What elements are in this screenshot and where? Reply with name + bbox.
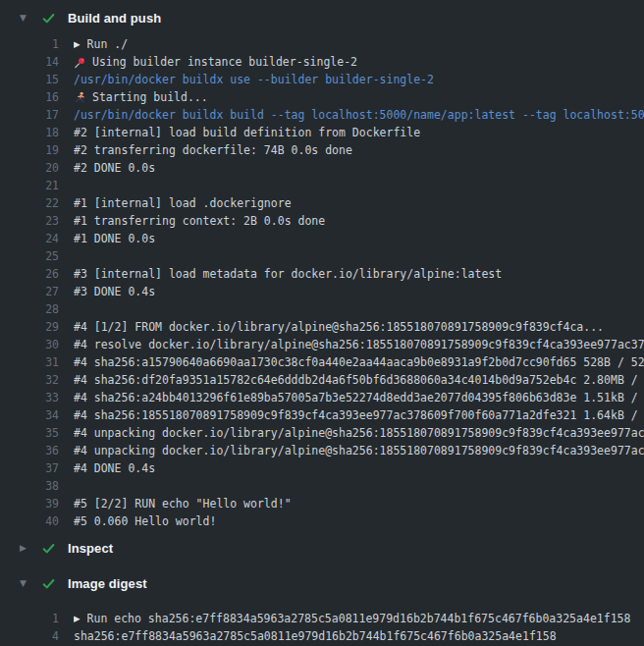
log-line[interactable]: 19#2 transferring dockerfile: 74B 0.0s d… [0,141,644,159]
log-line[interactable]: 1▶Run ./ [0,35,644,53]
log-text: #4 DONE 0.4s [74,461,644,475]
log-line[interactable]: 29#4 [1/2] FROM docker.io/library/alpine… [0,318,644,336]
log-line[interactable]: 23#1 transferring context: 2B 0.0s done [0,212,644,230]
log-text-content: #1 DONE 0.0s [74,232,155,245]
log-line[interactable]: 22#1 [internal] load .dockerignore [0,194,644,212]
line-number[interactable]: 30 [0,338,59,351]
log-line[interactable]: 37#4 DONE 0.4s [0,459,644,477]
log-line[interactable]: 1▶Run echo sha256:e7ff8834a5963a2785c5a0… [0,610,644,627]
line-number[interactable]: 21 [0,179,59,192]
log-text-content: #2 [internal] load build definition from… [74,126,420,139]
line-number[interactable]: 20 [0,161,59,175]
log-text-content: #5 [2/2] RUN echo "Hello world!" [74,497,292,511]
line-number[interactable]: 18 [0,126,59,139]
line-number[interactable]: 37 [0,461,59,475]
log-line[interactable]: 20#2 DONE 0.0s [0,159,644,177]
log-text: #1 transferring context: 2B 0.0s done [74,214,644,228]
log-text: Starting build... [74,90,644,104]
line-number[interactable]: 1 [0,37,59,51]
log-text: #4 sha256:a15790640a6690aa1730c38cf0a440… [74,355,644,369]
step-header-build-and-push[interactable]: ▼Build and push [0,0,644,35]
log-line[interactable]: 15/usr/bin/docker buildx use --builder b… [0,71,644,88]
line-number[interactable]: 19 [0,143,59,157]
log-line[interactable]: 26#3 [internal] load metadata for docker… [0,265,644,283]
line-number[interactable]: 27 [0,285,59,298]
log-line[interactable]: 21 [0,177,644,194]
log-text: #4 unpacking docker.io/library/alpine@sh… [74,444,644,458]
log-text: /usr/bin/docker buildx build --tag local… [74,108,644,122]
line-number[interactable]: 15 [0,73,59,86]
line-number[interactable]: 28 [0,302,59,316]
log-text: #4 unpacking docker.io/library/alpine@sh… [74,426,644,440]
check-icon [41,11,56,26]
line-number[interactable]: 24 [0,232,59,245]
log-line[interactable]: 39#5 [2/2] RUN echo "Hello world!" [0,495,644,512]
line-number[interactable]: 26 [0,267,59,281]
step-header-image-digest[interactable]: ▼Image digest [0,565,644,601]
log-text: #4 sha256:185518070891758909c9f839cf4ca3… [74,408,644,422]
log-line[interactable]: 32#4 sha256:df20fa9351a15782c64e6dddb2d4… [0,371,644,389]
log-text-content: Run ./ [87,37,129,51]
chevron-down-icon[interactable]: ▼ [20,565,30,601]
line-number[interactable]: 33 [0,391,59,404]
log-text-content: sha256:e7ff8834a5963a2785c5a0811e979d16b… [74,629,557,643]
log-text-content: Starting build... [92,90,208,104]
line-number[interactable]: 40 [0,514,59,528]
line-number[interactable]: 1 [0,612,59,625]
log-line[interactable]: 27#3 DONE 0.4s [0,283,644,300]
log-line[interactable]: 14Using builder instance builder-single-… [0,53,644,71]
chevron-right-icon[interactable]: ▶ [20,530,30,565]
log-line[interactable]: 34#4 sha256:185518070891758909c9f839cf4c… [0,406,644,424]
line-number[interactable]: 34 [0,408,59,422]
log-line[interactable]: 35#4 unpacking docker.io/library/alpine@… [0,424,644,442]
chevron-down-icon[interactable]: ▼ [20,0,30,35]
log-text-content: #4 sha256:a15790640a6690aa1730c38cf0a440… [74,355,644,369]
log-line[interactable]: 4sha256:e7ff8834a5963a2785c5a0811e979d16… [0,627,644,645]
log-line[interactable]: 25 [0,247,644,265]
log-text-content: #4 unpacking docker.io/library/alpine@sh… [74,426,644,440]
line-number[interactable]: 29 [0,320,59,334]
log-line[interactable]: 16Starting build... [0,88,644,106]
log-text: sha256:e7ff8834a5963a2785c5a0811e979d16b… [74,629,644,643]
step-title: Inspect [68,541,113,556]
run-arrow-icon: ▶ [74,39,80,49]
line-number[interactable]: 35 [0,426,59,440]
line-number[interactable]: 17 [0,108,59,122]
log-line[interactable]: 31#4 sha256:a15790640a6690aa1730c38cf0a4… [0,353,644,371]
log-line[interactable]: 40#5 0.060 Hello world! [0,512,644,530]
check-icon [41,576,56,591]
log-text: #2 DONE 0.0s [74,161,644,175]
log-text: #2 transferring dockerfile: 74B 0.0s don… [74,143,644,157]
log-text: #3 DONE 0.4s [74,285,644,298]
line-number[interactable]: 4 [0,629,59,643]
log-line[interactable]: 17/usr/bin/docker buildx build --tag loc… [0,106,644,124]
line-number[interactable]: 38 [0,479,59,493]
log-text-content: #1 [internal] load .dockerignore [74,196,292,210]
line-number[interactable]: 23 [0,214,59,228]
step-inspect: ▶Inspect [0,530,644,565]
step-log: 1▶Run ./14Using builder instance builder… [0,35,644,530]
line-number[interactable]: 31 [0,355,59,369]
step-header-inspect[interactable]: ▶Inspect [0,530,644,565]
log-line[interactable]: 18#2 [internal] load build definition fr… [0,124,644,141]
log-line[interactable]: 28 [0,300,644,318]
log-line[interactable]: 24#1 DONE 0.0s [0,230,644,247]
line-number[interactable]: 14 [0,55,59,69]
line-number[interactable]: 32 [0,373,59,387]
line-number[interactable]: 36 [0,444,59,458]
line-number[interactable]: 16 [0,90,59,104]
log-line[interactable]: 36#4 unpacking docker.io/library/alpine@… [0,442,644,459]
line-number[interactable]: 39 [0,497,59,511]
line-number[interactable]: 22 [0,196,59,210]
log-text: Using builder instance builder-single-2 [74,55,644,69]
line-number[interactable]: 25 [0,249,59,263]
log-line[interactable]: 38 [0,477,644,495]
log-line[interactable]: 33#4 sha256:a24bb4013296f61e89ba57005a7b… [0,389,644,406]
log-line[interactable]: 30#4 resolve docker.io/library/alpine@sh… [0,336,644,353]
log-text: #4 sha256:df20fa9351a15782c64e6dddb2d4a6… [74,373,644,387]
log-text: #2 [internal] load build definition from… [74,126,644,139]
log-text-content: #4 sha256:a24bb4013296f61e89ba57005a7b3e… [74,391,644,404]
workflow-log-console: ▼Build and push1▶Run ./14Using builder i… [0,0,644,646]
pushpin-icon [74,56,86,69]
log-text-content: /usr/bin/docker buildx use --builder bui… [74,73,434,86]
